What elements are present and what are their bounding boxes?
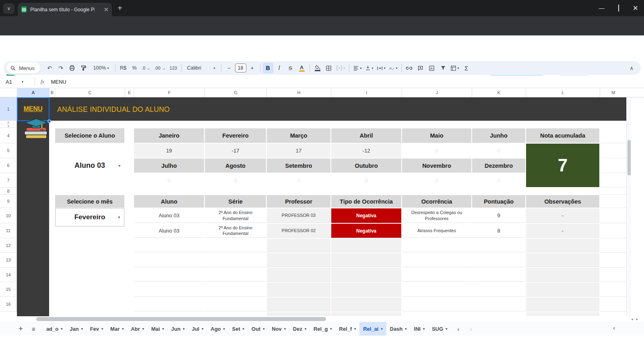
side-collapse-icon[interactable]: ‹ — [613, 324, 615, 331]
vertical-scrollbar[interactable] — [626, 97, 631, 316]
occurrence-cell[interactable]: 9 — [472, 208, 525, 223]
strikethrough-button[interactable]: S — [285, 63, 296, 73]
vertical-align-button[interactable]: ▾ — [364, 63, 375, 73]
empty-cell[interactable] — [134, 297, 204, 311]
borders-button[interactable] — [324, 63, 334, 73]
window-restore-button[interactable] — [618, 5, 619, 11]
empty-cell[interactable] — [402, 268, 471, 282]
add-sheet-button[interactable]: + — [19, 324, 23, 333]
sheet-tab-menu-icon[interactable]: ▾ — [183, 327, 184, 331]
column-header-K[interactable]: K — [472, 88, 526, 97]
month-value[interactable]: 0 — [205, 173, 266, 187]
empty-cell[interactable] — [267, 239, 330, 252]
empty-cell[interactable] — [205, 312, 266, 316]
column-header-L[interactable]: L — [526, 88, 600, 97]
empty-cell[interactable] — [331, 312, 401, 316]
occurrence-cell[interactable]: Negativa — [331, 208, 401, 223]
row-header-13[interactable]: 13 — [0, 253, 17, 268]
empty-cell[interactable] — [205, 268, 266, 282]
sheet-tab-menu-icon[interactable]: ▾ — [81, 327, 83, 331]
occurrence-cell[interactable]: 8 — [472, 224, 525, 238]
row-header-4[interactable]: 4 — [0, 128, 17, 143]
empty-cell[interactable] — [472, 268, 525, 282]
sheet-tab-ad_o[interactable]: ad_o▾ — [43, 322, 66, 336]
student-select-caret-icon[interactable]: ▾ — [118, 164, 120, 168]
sheet-tab-INI[interactable]: INI▾ — [410, 322, 428, 336]
empty-cell[interactable] — [134, 268, 204, 282]
column-header-I[interactable]: I — [331, 88, 402, 97]
sheet-tab-Jul[interactable]: Jul▾ — [188, 322, 207, 336]
decrease-font-size-button[interactable]: − — [224, 63, 234, 73]
sheet-tab-menu-icon[interactable]: ▾ — [101, 327, 103, 331]
sheet-tab-SUG[interactable]: SUG▾ — [428, 322, 451, 336]
insert-comment-button[interactable] — [415, 63, 426, 73]
formula-input[interactable]: MENU — [51, 79, 66, 85]
occurrence-col-header[interactable]: Observações — [526, 195, 599, 208]
text-rotation-button[interactable]: A▾ — [388, 63, 399, 73]
empty-cell[interactable] — [134, 239, 204, 252]
sheet-tab-menu-icon[interactable]: ▾ — [423, 327, 425, 331]
insert-link-button[interactable] — [404, 63, 415, 73]
occurrence-cell[interactable]: Desrespeito a Colegas ou Professores — [402, 208, 471, 223]
occurrence-cell[interactable]: PROFESSOR 03 — [267, 208, 330, 223]
sheet-tab-Dez[interactable]: Dez▾ — [289, 322, 310, 336]
all-sheets-button[interactable]: ≡ — [32, 326, 35, 332]
column-header-C[interactable]: C — [55, 88, 125, 97]
column-header-H[interactable]: H — [266, 88, 331, 97]
month-select-caret-icon[interactable]: ▾ — [118, 215, 120, 219]
month-header[interactable]: Abril — [331, 128, 401, 143]
horizontal-align-button[interactable]: ▾ — [352, 63, 363, 73]
empty-cell[interactable] — [472, 282, 525, 297]
row-header-7[interactable]: 7 — [0, 173, 17, 187]
sheet-tab-menu-icon[interactable]: ▾ — [142, 327, 144, 331]
sheet-tab-menu-icon[interactable]: ▾ — [223, 327, 225, 331]
month-header[interactable]: Dezembro — [472, 159, 525, 173]
percent-format-button[interactable]: % — [129, 63, 140, 73]
sheet-tab-Ago[interactable]: Ago▾ — [207, 322, 228, 336]
nota-acumulada-value[interactable]: 7 — [526, 144, 599, 187]
empty-cell[interactable] — [402, 253, 471, 267]
font-select[interactable]: Calibri▾ — [184, 63, 219, 73]
column-header-E[interactable]: E — [125, 88, 134, 97]
empty-cell[interactable] — [526, 253, 599, 267]
empty-cell[interactable] — [205, 282, 266, 297]
sheet-tab-Abr[interactable]: Abr▾ — [127, 322, 147, 336]
italic-button[interactable]: I — [274, 63, 285, 73]
row-header-5[interactable]: 5 — [0, 143, 17, 158]
bold-button[interactable]: B — [263, 63, 273, 73]
sheet-tab-Nov[interactable]: Nov▾ — [268, 322, 289, 336]
occurrence-cell[interactable]: - — [526, 208, 599, 223]
empty-cell[interactable] — [402, 297, 471, 311]
month-header[interactable]: Junho — [472, 128, 525, 143]
sheet-tab-menu-icon[interactable]: ▾ — [243, 327, 244, 331]
occurrence-col-header[interactable]: Professor — [267, 195, 330, 208]
undo-button[interactable]: ↶ — [44, 63, 55, 73]
month-header[interactable]: Março — [267, 128, 330, 143]
student-select[interactable]: Aluno 03▾ — [55, 159, 124, 173]
column-header-B[interactable]: B — [49, 88, 55, 97]
column-header-A[interactable]: A — [17, 88, 49, 97]
sheet-tab-menu-icon[interactable]: ▾ — [330, 327, 332, 331]
font-size-input[interactable]: 18 — [235, 64, 246, 72]
increase-font-size-button[interactable]: + — [247, 63, 258, 73]
sheet-tab-menu-icon[interactable]: ▾ — [202, 327, 203, 331]
hscroll-left-icon[interactable]: ◂ — [631, 317, 633, 321]
sheet-tab-menu-icon[interactable]: ▾ — [162, 327, 164, 331]
select-month-header[interactable]: Selecione o mês — [55, 195, 124, 208]
sheet-tab-Out[interactable]: Out▾ — [248, 322, 268, 336]
occurrence-cell[interactable]: Atrasos Frequentes — [402, 224, 471, 238]
hscroll-thumb[interactable] — [36, 317, 326, 321]
empty-cell[interactable] — [402, 282, 471, 297]
month-header[interactable]: Julho — [134, 159, 204, 173]
empty-cell[interactable] — [331, 253, 401, 267]
month-value[interactable]: 0 — [331, 173, 401, 187]
month-header[interactable]: Fevereiro — [205, 128, 266, 143]
empty-cell[interactable] — [205, 297, 266, 311]
text-color-button[interactable]: A — [297, 63, 307, 73]
empty-cell[interactable] — [526, 297, 599, 311]
zoom-select[interactable]: 100%▾ — [89, 63, 113, 73]
month-header[interactable]: Novembro — [402, 159, 471, 173]
sheet-tab-Rel_f[interactable]: Rel_f▾ — [335, 322, 359, 336]
empty-cell[interactable] — [331, 282, 401, 297]
merge-cells-button[interactable]: ▾ — [335, 63, 347, 73]
